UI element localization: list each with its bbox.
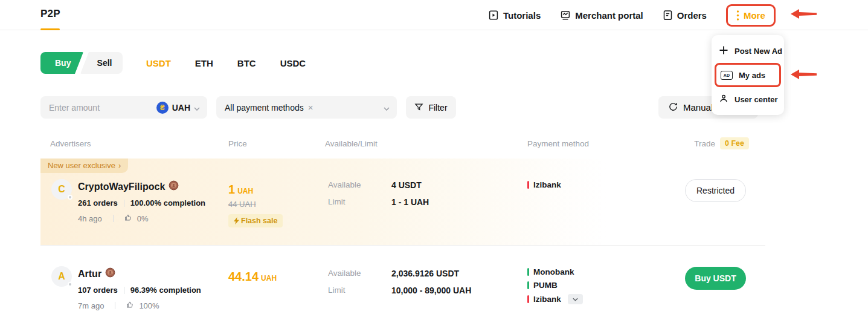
completion-rate: 96.39% completion [130,286,201,295]
divider [124,200,124,207]
top-header: P2P Tutorials Merchant portal Orders Mor… [0,0,868,30]
payment-color-bar [527,268,529,276]
advertiser-name-label: Artur [78,269,101,279]
coin-tab-btc[interactable]: BTC [237,58,256,68]
nav-orders[interactable]: Orders [663,10,707,21]
price-current: 44.14UAH [228,270,277,284]
filter-button[interactable]: Filter [406,96,456,119]
clear-filter-icon[interactable]: × [308,102,384,113]
zero-fee-badge: 0 Fee [720,137,749,149]
price-cell: 44.14UAH [228,270,277,284]
col-trade-label: Trade [694,139,715,148]
orders-count: 261 orders [78,198,118,208]
uah-currency-icon: ₴ [156,102,169,114]
filter-funnel-icon [414,102,423,113]
price-value: 44.14 [228,270,259,283]
payment-methods-select[interactable]: All payment methods × [216,96,397,119]
buy-tab[interactable]: Buy [40,52,83,74]
chevron-down-icon [194,102,200,113]
divider [124,287,124,294]
positive-rating: 100% [139,301,159,310]
price-current: 1UAH [228,183,283,197]
annotation-arrow-my-ads [789,68,818,80]
coin-tab-eth[interactable]: ETH [195,58,213,68]
payment-method-item: Monobank [527,267,583,276]
advertiser-name[interactable]: CryptoWayFilipock [78,180,205,193]
nav-merchant-portal[interactable]: Merchant portal [560,10,643,21]
advertiser-cell: Artur 107 orders 96.39% completion 7m ag… [78,267,201,310]
advertiser-name[interactable]: Artur [78,267,201,280]
limit-value: 1 - 1 UAH [391,197,429,207]
promo-label: New user exclusive [48,161,115,170]
nav-more[interactable]: More [726,4,776,27]
p2p-page: P2P Tutorials Merchant portal Orders Mor… [0,0,868,317]
available-limit-cell: Available 2,036.9126 USDT Limit 10,000 -… [328,269,471,295]
advertiser-avatar[interactable]: A [51,266,72,287]
limit-label: Limit [328,197,391,207]
sell-tab[interactable]: Sell [80,52,123,74]
fiat-selector[interactable]: ₴ UAH [156,102,200,114]
payment-methods-cell: Monobank PUMB Izibank [527,267,583,304]
amount-placeholder: Enter amount [49,103,156,113]
restricted-button[interactable]: Restricted [685,179,746,202]
plus-icon [719,45,728,57]
chevron-right-icon: › [118,161,121,170]
advertiser-meta: 4h ago 0% [78,214,205,223]
medal-badge-icon [169,180,179,193]
offer-row: New user exclusive › C CryptoWayFilipock… [40,158,765,245]
coin-tab-usdt[interactable]: USDT [146,58,171,68]
price-cell: 1UAH 44 UAH Flash sale [228,183,283,227]
limit-label: Limit [328,286,391,295]
thumbs-up-icon [126,301,134,310]
advertiser-stats: 107 orders 96.39% completion [78,286,201,295]
menu-item-user-center[interactable]: User center [712,88,784,110]
price-currency: UAH [261,274,277,283]
limit-value: 10,000 - 89,000 UAH [391,286,471,295]
expand-payments-button[interactable] [568,294,583,304]
filter-button-label: Filter [428,103,447,113]
divider [113,215,114,222]
divider [115,302,115,309]
offline-status-dot [68,282,72,287]
flash-sale-label: Flash sale [241,217,277,225]
nav-tutorials[interactable]: Tutorials [488,10,541,21]
buy-usdt-button[interactable]: Buy USDT [685,267,746,290]
price-currency: UAH [237,187,253,195]
coin-tabs: USDT ETH BTC USDC [146,52,306,74]
advertiser-meta: 7m ago 100% [78,301,201,310]
available-value: 2,036.9126 USDT [391,269,459,278]
user-icon [719,94,728,105]
active-tab-underline [40,28,60,30]
menu-item-my-ads-label: My ads [739,71,765,80]
my-ads-highlight-box: AD My ads [715,63,781,87]
new-user-exclusive-badge[interactable]: New user exclusive › [40,158,128,173]
thumbs-up-icon [124,214,132,223]
header-nav: Tutorials Merchant portal Orders More [488,0,776,30]
orders-count: 107 orders [78,286,118,295]
flash-sale-badge: Flash sale [228,214,283,227]
advertiser-avatar[interactable]: C [51,179,72,200]
amount-input[interactable]: Enter amount ₴ UAH [40,96,207,119]
payment-method-item: Izibank [527,294,583,304]
last-active-time: 4h ago [78,214,102,223]
offline-status-dot [68,195,72,200]
menu-item-post-new-ad[interactable]: Post New Ad [712,40,784,62]
payment-methods-value: All payment methods [225,103,304,113]
menu-item-my-ads[interactable]: AD My ads [716,65,779,85]
annotation-arrow-more [789,8,818,20]
payment-method-item: Izibank [527,180,561,189]
tutorials-icon [488,10,499,21]
nav-more-label: More [744,10,765,21]
payment-color-bar [527,295,529,303]
coin-tab-usdc[interactable]: USDC [280,58,306,68]
menu-item-post-new-ad-label: Post New Ad [735,47,782,56]
available-limit-cell: Available 4 USDT Limit 1 - 1 UAH [328,180,429,207]
refresh-icon [668,102,678,114]
merchant-portal-icon [560,10,571,21]
payment-color-bar [527,281,529,289]
table-header: Advertisers Price Available/Limit Paymen… [40,139,765,152]
avatar-letter: A [58,271,65,282]
my-ads-icon: AD [721,71,733,80]
buy-sell-toggle: Buy Sell [40,52,123,74]
col-trade: Trade 0 Fee [694,137,749,149]
